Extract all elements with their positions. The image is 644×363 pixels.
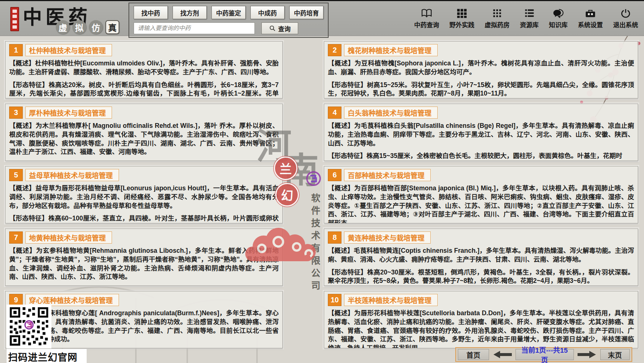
search-input[interactable] [134, 22, 255, 34]
card-title: 槐花树种植技术与栽培管理 [344, 44, 438, 56]
nav-item-resource-library[interactable]: 资源库 [520, 8, 539, 29]
chat-bubble-icon [553, 8, 564, 18]
card-overview: 【概述】为唇形花科植物半枝莲[Scutelloria barbata D.Don… [328, 309, 634, 348]
search-panel: 找中药 找方剂 中药鉴定 中成药 中药培育 查询 [129, 3, 329, 38]
search-row: 查询 [134, 22, 323, 34]
card-number: 7 [9, 231, 23, 244]
card-number: 10 [328, 294, 341, 306]
card-number: 3 [9, 107, 23, 119]
app-subtitle: 虚 拟 仿 真 [56, 20, 119, 34]
tab-herb-identification[interactable]: 中药鉴定 [211, 6, 246, 19]
card-overview: 【概述】为百部科植物百部[Stemona japonica (Bl.) Miq.… [328, 184, 634, 223]
nav-item-field-practice[interactable]: 野外实践 [449, 8, 474, 29]
open-book-icon [421, 8, 432, 18]
last-page-button[interactable]: 末页 [600, 349, 630, 360]
app-window: 中医药 虚 拟 仿 真 找中药 找方剂 中药鉴定 中成药 中药培育 查询 [0, 0, 644, 363]
card-overview: 【概述】杜仲科植物杜仲[Eucommia ulmoides Oliv.]，落叶乔… [9, 59, 279, 77]
nav-item-knowledge-base[interactable]: 知识库 [549, 8, 568, 29]
nav-item-exit-system[interactable]: 退出系统 [613, 8, 638, 29]
card-title: 黄连种植技术与栽培管理 [344, 231, 431, 244]
card-morphology: 【形态特征】株高达20米。树皮、叶折断后均具有白色细丝。叶椭圆形，长6~18厘米… [9, 81, 279, 98]
card-number: 6 [328, 169, 341, 181]
grid-icon [457, 8, 467, 18]
nav-item-virtual-pharmacy[interactable]: 虚拟药房 [485, 8, 510, 29]
herb-card-yimucao[interactable]: 5 益母草种植技术与栽培管理 【概述】益母草为唇形花科植物益母草[Leonuru… [5, 166, 283, 223]
card-morphology: 【形态特征】株高20~30厘米。根茎短粗，倒鸡爪形，黄褐色。叶基生，3全裂，有长… [328, 268, 634, 286]
search-tabs: 找中药 找方剂 中药鉴定 中成药 中药培育 [134, 6, 323, 19]
herb-card-banzhilian[interactable]: 10 半枝莲种植技术与栽培管理 【概述】为唇形花科植物半枝莲[Scutellor… [324, 291, 638, 348]
card-overview: 【概述】毛茛科植物黄连[Coptis chinensis Franch.]，多年… [328, 247, 634, 264]
card-morphology: 【形态特征】株高15~35厘米，全株密被白色长毛。主根较肥大，圆柱形，表面黄棕色… [328, 152, 634, 161]
first-page-button[interactable]: 首页 [458, 349, 489, 360]
card-overview: 【概述】为豆科植物槐[Sophora japonica L.]，落叶乔木。槐树花… [328, 59, 634, 77]
card-title: 厚朴种植技术与栽培管理 [25, 107, 112, 119]
herb-card-huaihua[interactable]: 2 槐花树种植技术与栽培管理 【概述】为豆科植物槐[Sophora japoni… [324, 41, 638, 98]
toolbox-icon [585, 8, 596, 18]
card-morphology: 【形态特征】树高15~25米。羽状复叶互生，小叶7~15枚，卵状矩圆形。先端具细… [328, 81, 634, 98]
qr-code [7, 305, 51, 348]
card-number: 4 [328, 107, 341, 119]
main-nav: 中药查询 野外实践 虚拟药房 资源库 知识库 系统设置 [414, 1, 638, 36]
qr-caption: 扫码进兰幻官网 [7, 349, 87, 363]
pagination-bar: 首页 当前1页---共15页 末页 [455, 347, 632, 362]
herb-card-houpo[interactable]: 3 厚朴种植技术与栽培管理 【概述】为木兰科植物厚朴[ Magnoliu off… [5, 104, 283, 161]
herb-card-dihuang[interactable]: 7 地黄种植技术与栽培管理 【概述】为玄参科植物地黄[Rehmannia glu… [5, 229, 283, 286]
page-status: 当前1页---共15页 [515, 349, 574, 360]
herb-card-huanglian[interactable]: 8 黄连种植技术与栽培管理 【概述】毛茛科植物黄连[Coptis chinens… [324, 229, 638, 286]
card-overview: 【概述】为木兰科植物厚朴[ Magnoliu officinalis Rehd.… [9, 122, 279, 157]
arrow-left-icon [493, 351, 512, 359]
next-page-button[interactable] [578, 351, 597, 359]
card-title: 益母草种植技术与栽培管理 [25, 169, 119, 181]
card-morphology: 【形态特征】株高60~100厘米，茎直立，具四棱。叶对生，茎基部叶具长柄，叶片圆… [9, 214, 279, 223]
subtitle-char: 虚 [56, 20, 70, 34]
pharmacy-shelf-icon [492, 8, 502, 18]
search-icon [269, 25, 276, 32]
nav-item-herb-query[interactable]: 中药查询 [414, 8, 439, 29]
prev-page-button[interactable] [493, 351, 512, 359]
subtitle-char: 拟 [72, 20, 86, 34]
list-icon [524, 8, 535, 18]
card-overview: 【概述】为玄参科植物地黄[Rehmannia glutinosa Libosch… [9, 247, 279, 281]
card-title: 半枝莲种植技术与栽培管理 [344, 294, 438, 306]
app-header: 中医药 虚 拟 仿 真 找中药 找方剂 中药鉴定 中成药 中药培育 查询 [0, 1, 644, 36]
card-title: 百部种植技术与栽培管理 [344, 169, 431, 181]
card-title: 杜仲种植技术与栽培管理 [25, 44, 112, 56]
tab-find-prescription[interactable]: 找方剂 [173, 6, 207, 19]
tab-find-herb[interactable]: 找中药 [134, 6, 168, 19]
card-number: 8 [328, 231, 341, 244]
main-content: 1 杜仲种植技术与栽培管理 【概述】杜仲科植物杜仲[Eucommia ulmoi… [0, 36, 644, 363]
arrow-right-icon [578, 351, 597, 359]
subtitle-char: 真 [105, 20, 119, 34]
card-overview: 【概述】益母草为唇形花科植物益母草[Leonurus japon,icus Ho… [9, 184, 279, 210]
qr-code-block: 扫码进兰幻官网 [7, 305, 87, 363]
herb-card-baibu[interactable]: 6 百部种植技术与栽培管理 【概述】为百部科植物百部[Stemona japon… [324, 166, 638, 223]
subtitle-char: 仿 [89, 20, 103, 34]
card-overview: 【概述】为毛茛科植株白头翁[Pulsatilla chinensis (Bge)… [328, 122, 634, 148]
power-icon [621, 8, 631, 18]
herb-card-duzhong[interactable]: 1 杜仲种植技术与栽培管理 【概述】杜仲科植物杜仲[Eucommia ulmoi… [5, 41, 283, 98]
card-number: 1 [9, 44, 23, 56]
herb-card-baitouweng[interactable]: 4 白头翁种植技术与栽培管理 【概述】为毛茛科植株白头翁[Pulsatilla … [324, 104, 638, 161]
tab-patent-medicine[interactable]: 中成药 [250, 6, 285, 19]
card-title: 地黄种植技术与栽培管理 [25, 231, 112, 244]
tab-herb-cultivation[interactable]: 中药培育 [289, 6, 323, 19]
search-button[interactable]: 查询 [261, 22, 298, 34]
logo-seal [10, 7, 19, 31]
app-logo: 中医药 虚 拟 仿 真 [0, 1, 129, 36]
card-number: 5 [9, 169, 23, 181]
card-number: 2 [328, 44, 341, 56]
card-title: 白头翁种植技术与栽培管理 [344, 107, 438, 119]
herb-card-list: 1 杜仲种植技术与栽培管理 【概述】杜仲科植物杜仲[Eucommia ulmoi… [5, 41, 638, 348]
nav-item-system-settings[interactable]: 系统设置 [578, 8, 603, 29]
